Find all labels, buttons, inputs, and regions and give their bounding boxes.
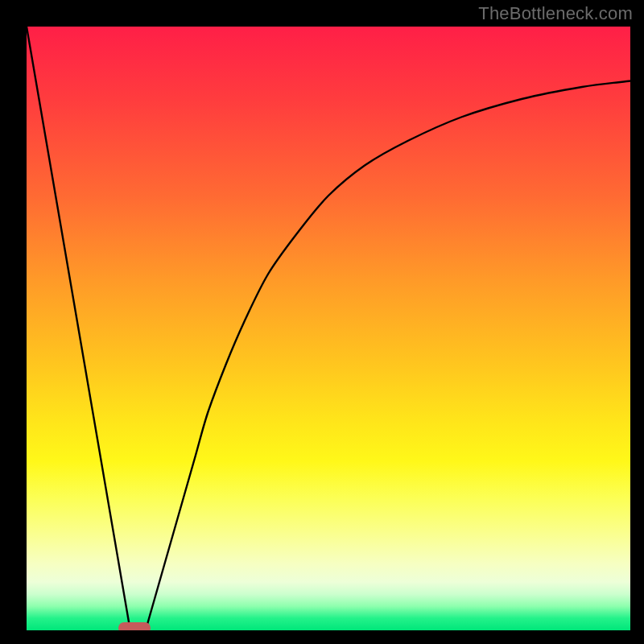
right-curve-path (147, 81, 630, 625)
plot-area (27, 27, 630, 630)
min-marker (118, 622, 151, 630)
curve-layer (27, 27, 630, 630)
chart-frame: TheBottleneck.com (0, 0, 644, 644)
left-slope-path (27, 27, 130, 625)
watermark-text: TheBottleneck.com (478, 3, 633, 24)
